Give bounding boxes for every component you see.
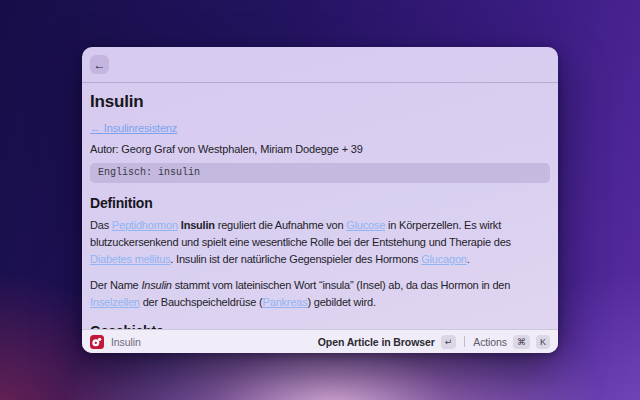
- body-text: . Insulin ist der natürliche Gegenspiele…: [170, 253, 421, 265]
- english-term-code-block: Englisch: insulin: [90, 163, 550, 183]
- inline-link[interactable]: Glucagon: [421, 253, 467, 265]
- article-content: Insulin ← Insulinresistenz Autor: Georg …: [82, 83, 558, 329]
- article-sections: DefinitionDas Peptidhormon Insulin regul…: [90, 195, 550, 329]
- italic-text: Insulin: [141, 279, 171, 291]
- body-text: reguliert die Aufnahme von: [215, 219, 346, 231]
- inline-link[interactable]: Peptidhormon: [112, 219, 178, 231]
- actions-button[interactable]: Actions: [473, 336, 507, 348]
- footer-actions: Open Article in Browser ↵ Actions ⌘ K: [318, 335, 550, 349]
- cmd-key-badge: ⌘: [513, 335, 530, 349]
- inline-link[interactable]: Pankreas: [263, 296, 308, 308]
- article-paragraph: Der Name Insulin stammt vom lateinischen…: [90, 277, 550, 311]
- body-text: stammt vom lateinischen Wort “insula” (I…: [172, 279, 510, 291]
- bold-text: Insulin: [181, 219, 215, 231]
- back-arrow-icon: ←: [94, 58, 106, 72]
- inline-link[interactable]: Diabetes mellitus: [90, 253, 170, 265]
- article-paragraph: Das Peptidhormon Insulin reguliert die A…: [90, 217, 550, 268]
- body-text: Der Name: [90, 279, 141, 291]
- k-key-badge: K: [536, 335, 550, 349]
- open-article-button[interactable]: Open Article in Browser: [318, 336, 435, 348]
- footer-bar: Insulin Open Article in Browser ↵ Action…: [82, 329, 558, 353]
- back-button[interactable]: ←: [90, 55, 109, 74]
- footer-separator: [464, 336, 465, 347]
- inline-link[interactable]: Inselzellen: [90, 296, 140, 308]
- author-line: Autor: Georg Graf von Westphalen, Miriam…: [90, 143, 550, 155]
- doccheck-flexikon-icon: [90, 335, 104, 349]
- article-title: Insulin: [90, 92, 550, 112]
- body-text: Das: [90, 219, 112, 231]
- return-key-badge: ↵: [441, 335, 457, 349]
- section-heading: Definition: [90, 195, 550, 211]
- body-text: .: [467, 253, 470, 265]
- backlink-insulinresistenz[interactable]: ← Insulinresistenz: [90, 122, 177, 134]
- quicklook-window: ← Insulin ← Insulinresistenz Autor: Geor…: [82, 47, 558, 353]
- body-text: der Bauchspeicheldrüse (: [140, 296, 263, 308]
- inline-link[interactable]: Glucose: [346, 219, 385, 231]
- footer-item-title: Insulin: [111, 336, 141, 348]
- body-text: ) gebildet wird.: [307, 296, 375, 308]
- window-header: ←: [82, 47, 558, 83]
